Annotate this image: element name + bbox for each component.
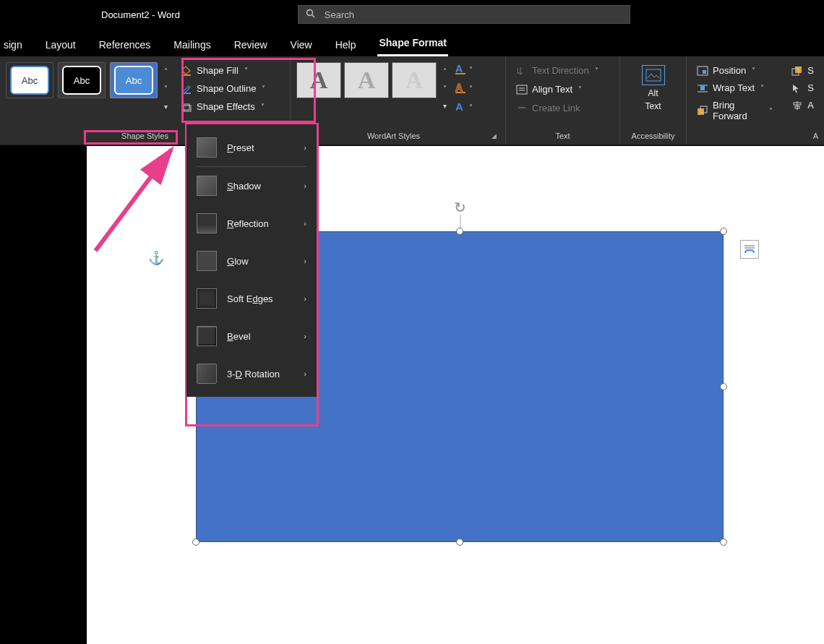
effects-3d-rotation[interactable]: 3-D Rotation › <box>186 355 317 392</box>
gallery-more[interactable]: ▾ <box>159 98 172 115</box>
group-label-accessibility: Accessibility <box>626 132 680 143</box>
ribbon-tabs: sign Layout References Mailings Review V… <box>0 29 824 56</box>
align-text-icon <box>516 85 528 95</box>
position-button[interactable]: Position˅ <box>692 62 777 79</box>
svg-rect-9 <box>455 92 465 93</box>
rotation-3d-icon <box>197 364 217 384</box>
tab-review[interactable]: Review <box>233 33 269 56</box>
text-outline-button[interactable]: A˅ <box>454 81 473 95</box>
tab-design[interactable]: sign <box>2 33 24 56</box>
shape-effects-menu: Preset › Shadow › Reflection › Glow › So… <box>186 124 317 397</box>
tab-references[interactable]: References <box>98 33 153 56</box>
title-bar: Document2 - Word Search <box>0 0 824 29</box>
effects-glow[interactable]: Glow › <box>186 242 317 280</box>
align-button[interactable]: A <box>787 97 818 113</box>
tab-layout[interactable]: Layout <box>44 33 77 56</box>
svg-rect-7 <box>455 73 465 74</box>
text-direction-icon: l <box>516 66 528 76</box>
pen-icon <box>181 84 192 94</box>
effects-reflection[interactable]: Reflection › <box>186 205 317 242</box>
shape-outline-button[interactable]: Shape Outline˅ <box>176 80 270 97</box>
group-label-wordart: WordArt Styles <box>298 132 489 140</box>
bring-forward-icon <box>697 106 708 116</box>
svg-point-0 <box>306 9 312 15</box>
shape-style-thumb-2[interactable]: Abc <box>58 62 106 98</box>
group-wordart-styles: A A A ˄ ˅ ▾ A˅ A˅ A˅ WordArt Styles ◢ <box>291 56 506 145</box>
svg-rect-2 <box>182 74 191 76</box>
resize-handle-tr[interactable] <box>720 228 727 235</box>
effects-shadow[interactable]: Shadow › <box>186 167 317 205</box>
selection-pane-button[interactable]: S <box>787 80 818 96</box>
svg-rect-15 <box>646 69 661 81</box>
chevron-right-icon: › <box>304 294 306 303</box>
tab-view[interactable]: View <box>289 33 314 56</box>
tab-shape-format[interactable]: Shape Format <box>377 31 447 56</box>
align-icon <box>791 100 803 111</box>
text-fill-column: A˅ A˅ A˅ <box>454 62 473 114</box>
wordart-down[interactable]: ˅ <box>438 80 451 97</box>
anchor-icon: ⚓ <box>148 250 164 266</box>
group-label-arrange: A <box>692 132 818 143</box>
reflection-icon <box>197 213 217 233</box>
alt-text-button[interactable]: Alt Text <box>626 62 680 114</box>
svg-rect-18 <box>700 86 705 90</box>
resize-handle-bl[interactable] <box>192 538 199 546</box>
tab-mailings[interactable]: Mailings <box>172 33 212 56</box>
gallery-down[interactable]: ˅ <box>159 80 172 98</box>
layout-options-button[interactable] <box>740 240 759 259</box>
tab-help[interactable]: Help <box>334 33 358 56</box>
effects-bevel[interactable]: Bevel › <box>186 317 317 355</box>
chevron-right-icon: › <box>304 219 306 228</box>
chevron-right-icon: › <box>304 257 306 265</box>
ribbon: Abc Abc Abc ˄ ˅ ▾ Shape Fill˅ Shape Outl… <box>0 56 824 145</box>
shape-fill-button[interactable]: Shape Fill˅ <box>176 62 270 79</box>
soft-edges-icon <box>197 288 217 309</box>
send-backward-button[interactable]: S <box>787 62 818 79</box>
chevron-down-icon: ˅ <box>244 66 248 74</box>
gallery-up[interactable]: ˄ <box>159 62 172 80</box>
bring-forward-button[interactable]: Bring Forward˅ <box>692 97 777 124</box>
preset-icon <box>197 137 217 158</box>
effects-soft-edges[interactable]: Soft Edges › <box>186 280 317 317</box>
wrap-icon <box>697 83 708 93</box>
create-link-button: Create Link <box>512 100 614 116</box>
svg-text:A: A <box>455 64 463 74</box>
position-icon <box>697 66 708 76</box>
document-title: Document2 - Word <box>101 9 180 20</box>
shadow-icon <box>197 176 217 196</box>
wordart-thumb-2[interactable]: A <box>344 62 389 98</box>
search-placeholder: Search <box>325 9 354 20</box>
text-direction-button: l Text Direction˅ <box>512 62 614 79</box>
wordart-gallery: A A A <box>296 62 437 114</box>
glow-icon <box>197 251 217 271</box>
svg-rect-17 <box>703 70 706 74</box>
wordart-up[interactable]: ˄ <box>438 62 451 80</box>
align-text-button[interactable]: Align Text˅ <box>512 81 614 98</box>
bevel-icon <box>197 326 217 346</box>
text-effects-button[interactable]: A˅ <box>454 100 473 114</box>
rotation-handle[interactable]: ↻ <box>454 199 466 216</box>
wordart-thumb-1[interactable]: A <box>296 62 341 98</box>
resize-handle-t[interactable] <box>456 228 463 235</box>
resize-handle-r[interactable] <box>720 383 727 390</box>
shape-effects-button[interactable]: Shape Effects˅ <box>176 98 270 115</box>
search-icon <box>306 9 316 21</box>
svg-text:l: l <box>517 67 518 75</box>
chevron-down-icon: ˅ <box>262 85 265 93</box>
effects-preset[interactable]: Preset › <box>186 129 317 166</box>
wordart-more[interactable]: ▾ <box>438 97 451 114</box>
shape-style-thumb-3[interactable]: Abc <box>110 62 158 98</box>
resize-handle-br[interactable] <box>720 538 727 546</box>
alt-text-icon <box>642 65 665 85</box>
chevron-right-icon: › <box>304 143 306 152</box>
wrap-text-button[interactable]: Wrap Text˅ <box>692 80 777 96</box>
shape-style-thumb-1[interactable]: Abc <box>6 62 53 98</box>
text-fill-button[interactable]: A˅ <box>454 62 473 77</box>
svg-line-1 <box>312 14 314 17</box>
chevron-right-icon: › <box>304 332 306 340</box>
search-box[interactable]: Search <box>298 5 630 24</box>
dialog-launcher-icon[interactable]: ◢ <box>489 132 498 140</box>
wordart-thumb-3[interactable]: A <box>392 62 437 98</box>
resize-handle-b[interactable] <box>456 538 463 546</box>
shape-style-gallery: Abc Abc Abc <box>6 62 158 115</box>
